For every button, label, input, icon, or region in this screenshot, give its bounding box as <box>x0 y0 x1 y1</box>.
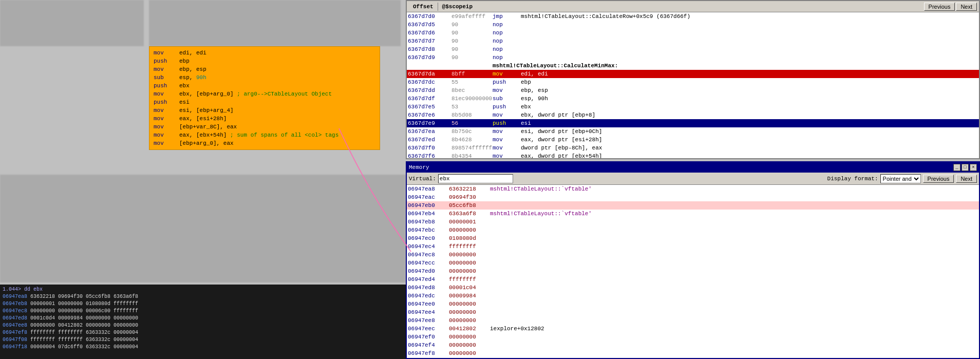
code-line-4: sub esp, 90h <box>154 73 375 82</box>
disasm-nav-buttons: Previous Next <box>924 3 977 11</box>
memory-panel: Memory _ □ × Virtual: Display format: Po… <box>406 161 980 359</box>
operands-10: [ebp+var_8C], eax <box>179 123 375 131</box>
memory-row-10: 06947ecc 00000000 <box>407 259 979 267</box>
display-format-label: Display format: <box>827 176 878 182</box>
operands-12: [ebp+arg_0], eax <box>179 139 375 147</box>
memory-row-4: 06947eb4 6363a6f8 mshtml!CTableLayout::`… <box>407 210 979 218</box>
operands-11: eax, [ebx+54h] ; sum of spans of all <co… <box>179 131 375 139</box>
virtual-label: Virtual: <box>409 176 436 182</box>
memory-row-21: 06947ef8 00000000 <box>407 349 979 357</box>
memory-row-5: 06947eb8 00000001 <box>407 218 979 226</box>
disasm-row-nop2: 6367d7d6 90 nop <box>407 29 979 37</box>
memory-previous-button[interactable]: Previous <box>923 175 954 183</box>
disasm-row-blue: 6367d7e9 56 push esi <box>407 119 979 127</box>
terminal-line-7: 06947f08 ffffffff ffffffff 6363332c 0000… <box>3 336 403 344</box>
virtual-input[interactable] <box>438 174 513 183</box>
disasm-row-nop1: 6367d7d5 90 nop <box>407 21 979 29</box>
disasm-row-jmp: 6367d7d0 e99afeffff jmp mshtml!CTableLay… <box>407 12 979 21</box>
code-line-8: mov esi, [ebp+arg_4] <box>154 106 375 115</box>
disasm-row-nop3: 6367d7d7 90 nop <box>407 37 979 45</box>
memory-title: Memory <box>409 164 953 171</box>
disasm-row-mov-esi: 6367d7ea 8b750c mov esi, dword ptr [ebp+… <box>407 127 979 136</box>
terminal-line-4: 06947ed8 0001c0d4 00009984 00000000 0000… <box>3 315 403 322</box>
memory-toolbar: Virtual: Display format: Pointer and Pre… <box>407 173 979 185</box>
memory-row-22: 06947efc 00000001 <box>407 357 979 358</box>
disasm-row-mov-eax1: 6367d7ed 8b4628 mov eax, dword ptr [esi+… <box>407 136 979 144</box>
memory-row-9: 06947ec8 00000000 <box>407 251 979 259</box>
disasm-row-red: 6367d7da 8bff mov edi, edi <box>407 70 979 78</box>
operands-1: edi, edi <box>179 49 375 57</box>
mnemonic-3: mov <box>154 65 179 73</box>
disasm-row-sub: 6367d7df 81ec90000000 sub esp, 90h <box>407 95 979 103</box>
operands-8: esi, [ebp+arg_4] <box>179 106 375 115</box>
code-line-9: mov eax, [esi+28h] <box>154 115 375 123</box>
terminal-prompt: 1.044> dd ebx <box>3 286 403 293</box>
disasm-header: Offset @$scopeip Previous Next <box>407 1 979 12</box>
memory-row-12: 06947ed4 ffffffff <box>407 275 979 284</box>
memory-content[interactable]: 06947ea8 63632218 mshtml!CTableLayout::`… <box>407 185 979 358</box>
disasm-col-scope: @$scopeip <box>438 3 477 11</box>
operands-5: ebx <box>179 82 375 90</box>
mnemonic-5: push <box>154 82 179 90</box>
operands-6: ebx, [ebp+arg_0] ; arg0-->CTableLayout O… <box>179 90 375 98</box>
disasm-row-mov-ebp: 6367d7dd 8bec mov ebp, esp <box>407 86 979 95</box>
terminal-line-1: 06947ea8 63632218 09694f30 05cc6fb8 6363… <box>3 293 403 300</box>
terminal-line-8: 06947f18 00000004 07dc6ff0 6363332c 0000… <box>3 344 403 351</box>
memory-row-18: 06947eec 00412802 iexplore+0x12802 <box>407 325 979 333</box>
operands-3: ebp, esp <box>179 65 375 73</box>
memory-row-8: 06947ec4 ffffffff <box>407 242 979 251</box>
disasm-row-mov-eax3: 6367d7f6 8b4354 mov eax, dword ptr [ebx+… <box>407 152 979 158</box>
memory-next-button[interactable]: Next <box>956 175 977 183</box>
code-line-3: mov ebp, esp <box>154 65 375 73</box>
memory-row-11: 06947ed0 00000000 <box>407 267 979 275</box>
left-panel: mov edi, edi push ebp mov ebp, esp sub e… <box>0 0 406 359</box>
operands-7: esi <box>179 98 375 106</box>
disasm-previous-button[interactable]: Previous <box>924 3 955 11</box>
memory-row-14: 06947edc 00009984 <box>407 292 979 300</box>
right-panel: Offset @$scopeip Previous Next 6367d7d0 … <box>406 0 980 359</box>
mnemonic-11: mov <box>154 131 179 139</box>
operands-2: ebp <box>179 57 375 65</box>
operands-9: eax, [esi+28h] <box>179 115 375 123</box>
terminal-line-5: 06947ee8 00000000 00412802 00000000 0000… <box>3 322 403 329</box>
memory-title-controls: _ □ × <box>953 164 977 171</box>
terminal-area: 1.044> dd ebx 06947ea8 63632218 09694f30… <box>0 285 406 359</box>
mnemonic-9: mov <box>154 115 179 123</box>
memory-minimize-button[interactable]: _ <box>953 164 960 171</box>
code-line-2: push ebp <box>154 57 375 65</box>
code-box: mov edi, edi push ebp mov ebp, esp sub e… <box>149 46 380 150</box>
mnemonic-7: push <box>154 98 179 106</box>
memory-titlebar: Memory _ □ × <box>407 162 979 173</box>
memory-row-13: 06947ed8 00001c04 <box>407 284 979 292</box>
disasm-section-header: mshtml!CTableLayout::CalculateMinMax: <box>407 62 979 70</box>
disasm-content[interactable]: 6367d7d0 e99afeffff jmp mshtml!CTableLay… <box>407 12 979 158</box>
memory-row-19: 06947ef0 00000000 <box>407 333 979 341</box>
code-line-11: mov eax, [ebx+54h] ; sum of spans of all… <box>154 131 375 139</box>
memory-row-15: 06947ee0 00000000 <box>407 300 979 308</box>
mnemonic-10: mov <box>154 123 179 131</box>
mnemonic-2: push <box>154 57 179 65</box>
disasm-col-offset: Offset <box>409 3 438 11</box>
memory-row-6: 06947ebc 00000000 <box>407 226 979 234</box>
blur-block-3 <box>0 175 406 282</box>
blur-block-2 <box>149 0 401 46</box>
disasm-next-button[interactable]: Next <box>956 3 977 11</box>
display-format-select[interactable]: Pointer and <box>880 174 921 183</box>
code-line-12: mov [ebp+arg_0], eax <box>154 139 375 147</box>
memory-row-16: 06947ee4 00000000 <box>407 308 979 316</box>
memory-row-1: 06947ea8 63632218 mshtml!CTableLayout::`… <box>407 185 979 193</box>
code-line-10: mov [ebp+var_8C], eax <box>154 123 375 131</box>
memory-row-20: 06947ef4 00000000 <box>407 341 979 349</box>
mnemonic-8: mov <box>154 106 179 115</box>
mnemonic-12: mov <box>154 139 179 147</box>
disasm-panel: Offset @$scopeip Previous Next 6367d7d0 … <box>406 0 980 159</box>
memory-close-button[interactable]: × <box>970 164 977 171</box>
mnemonic-4: sub <box>154 73 179 82</box>
terminal-line-3: 06947ec8 00000000 00000000 00006c00 ffff… <box>3 308 403 315</box>
memory-maximize-button[interactable]: □ <box>962 164 969 171</box>
memory-row-17: 06947ee8 00000000 <box>407 316 979 325</box>
disasm-row-mov-ebx: 6367d7e6 8b5d08 mov ebx, dword ptr [ebp+… <box>407 111 979 119</box>
code-line-1: mov edi, edi <box>154 49 375 57</box>
code-line-7: push esi <box>154 98 375 106</box>
disasm-row-mov-eax2: 6367d7f0 898574ffffff mov dword ptr [ebp… <box>407 144 979 152</box>
